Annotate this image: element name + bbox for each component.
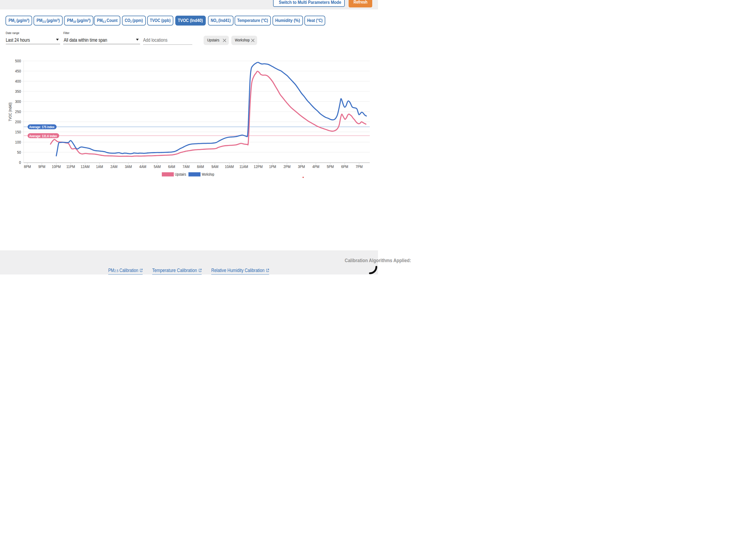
svg-text:300: 300: [15, 99, 21, 104]
svg-text:9AM: 9AM: [212, 164, 218, 169]
svg-text:350: 350: [15, 89, 21, 94]
svg-text:2AM: 2AM: [110, 164, 117, 169]
svg-text:50: 50: [17, 150, 21, 155]
svg-text:Upstairs: Upstairs: [175, 172, 186, 177]
svg-text:7PM: 7PM: [356, 164, 363, 169]
svg-text:5PM: 5PM: [327, 164, 334, 169]
svg-text:10AM: 10AM: [225, 164, 234, 169]
svg-text:200: 200: [15, 119, 21, 124]
svg-text:11PM: 11PM: [66, 164, 75, 169]
svg-text:Average: 131.6 index: Average: 131.6 index: [29, 134, 57, 138]
svg-text:4PM: 4PM: [312, 164, 319, 169]
svg-text:150: 150: [15, 130, 21, 134]
svg-text:4AM: 4AM: [139, 164, 146, 169]
svg-text:12AM: 12AM: [81, 164, 90, 169]
svg-text:250: 250: [15, 109, 21, 114]
svg-text:9PM: 9PM: [38, 164, 45, 169]
svg-text:1PM: 1PM: [269, 164, 276, 169]
svg-text:12PM: 12PM: [254, 164, 263, 169]
svg-text:Average: 175 index: Average: 175 index: [29, 125, 54, 129]
svg-text:11AM: 11AM: [240, 164, 248, 169]
svg-text:3PM: 3PM: [298, 164, 305, 169]
svg-text:6AM: 6AM: [168, 164, 175, 169]
svg-text:6PM: 6PM: [341, 164, 348, 169]
svg-text:1AM: 1AM: [96, 164, 103, 169]
svg-text:Workshop: Workshop: [202, 172, 214, 177]
svg-text:TVOC (Ind40): TVOC (Ind40): [8, 102, 12, 121]
svg-text:8AM: 8AM: [197, 164, 204, 169]
svg-text:8PM: 8PM: [24, 164, 31, 169]
svg-text:3AM: 3AM: [125, 164, 132, 169]
svg-text:450: 450: [15, 69, 21, 73]
svg-text:7AM: 7AM: [183, 164, 190, 169]
svg-text:400: 400: [15, 79, 21, 83]
svg-text:0: 0: [19, 160, 21, 165]
svg-text:2PM: 2PM: [283, 164, 290, 169]
svg-text:5AM: 5AM: [154, 164, 161, 169]
svg-text:10PM: 10PM: [52, 164, 61, 169]
svg-text:500: 500: [15, 59, 21, 63]
svg-text:100: 100: [15, 140, 21, 144]
